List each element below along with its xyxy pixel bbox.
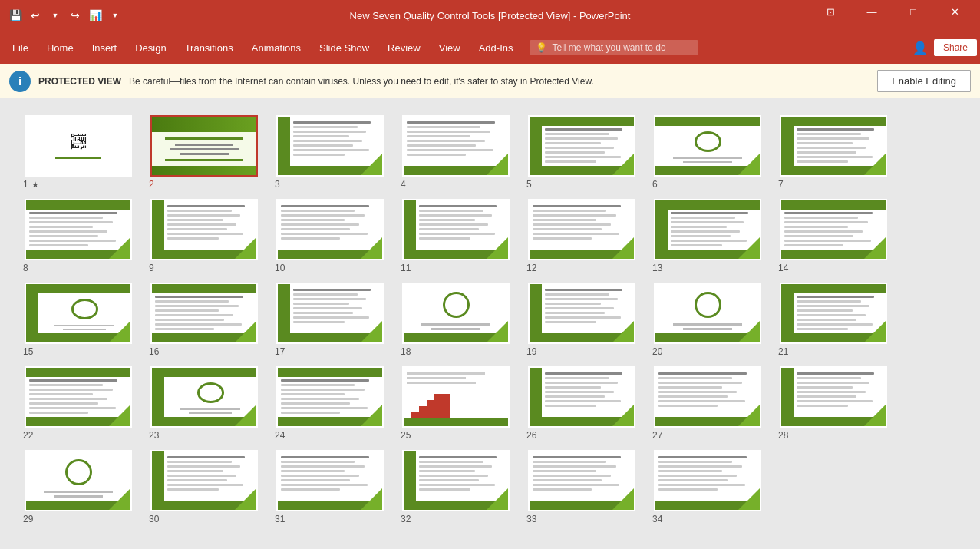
slide-item-12[interactable]: 12: [525, 199, 638, 273]
maximize-button[interactable]: □: [896, 0, 931, 23]
ribbon-right: 👤 Share: [912, 39, 977, 56]
slide-number-1: 1★: [21, 179, 39, 190]
slide-item-9[interactable]: 9: [147, 199, 261, 273]
slide-item-29[interactable]: 29: [21, 450, 135, 524]
slide-number-14: 14: [777, 263, 788, 273]
share-button[interactable]: Share: [934, 39, 977, 56]
search-box[interactable]: 💡 Tell me what you want to do: [530, 40, 698, 55]
customize-dropdown-icon[interactable]: ▼: [107, 8, 123, 23]
slide-item-33[interactable]: 33: [525, 450, 638, 524]
slide-number-21: 21: [777, 346, 788, 357]
tab-file[interactable]: File: [3, 31, 38, 64]
slide-item-10[interactable]: 10: [273, 199, 387, 273]
title-bar: 💾 ↩ ▼ ↪ 📊 ▼ New Seven Quality Control To…: [0, 0, 980, 31]
slide-item-7[interactable]: 7: [777, 115, 890, 190]
slide-item-26[interactable]: 26: [525, 366, 638, 441]
slide-item-27[interactable]: 27: [651, 366, 764, 441]
slide-item-1[interactable]: ﷽ 1★: [21, 115, 135, 190]
tab-view[interactable]: View: [430, 31, 470, 64]
slide-item-23[interactable]: 23: [147, 366, 261, 441]
slide-item-31[interactable]: 31: [273, 450, 387, 524]
slide-number-30: 30: [147, 514, 159, 524]
slide-number-4: 4: [399, 179, 406, 190]
slide-number-13: 13: [651, 263, 662, 273]
star-icon: ★: [31, 180, 39, 190]
slide-number-34: 34: [651, 514, 662, 524]
slide-item-30[interactable]: 30: [147, 450, 261, 524]
slide-item-17[interactable]: 17: [273, 283, 387, 357]
restore-button[interactable]: ⊡: [813, 0, 848, 23]
slide-item-3[interactable]: 3: [273, 115, 387, 190]
slide-number-26: 26: [525, 430, 536, 441]
tab-insert[interactable]: Insert: [83, 31, 127, 64]
slide-item-34[interactable]: 34: [651, 450, 764, 524]
slide-number-22: 22: [21, 430, 33, 441]
tab-slideshow[interactable]: Slide Show: [310, 31, 378, 64]
tab-review[interactable]: Review: [378, 31, 430, 64]
slide-number-9: 9: [147, 263, 154, 273]
slide-number-16: 16: [147, 346, 159, 357]
slide-item-4[interactable]: 4: [399, 115, 513, 190]
enable-editing-button[interactable]: Enable Editing: [877, 70, 971, 92]
slide-number-8: 8: [21, 263, 28, 273]
slide-item-18[interactable]: 18: [399, 283, 513, 357]
tab-home[interactable]: Home: [38, 31, 83, 64]
slide-item-6[interactable]: 6: [651, 115, 764, 190]
protected-view-label: PROTECTED VIEW: [38, 76, 121, 87]
slide-number-3: 3: [273, 179, 280, 190]
slide-item-11[interactable]: 11: [399, 199, 513, 273]
info-icon: i: [9, 71, 31, 92]
slide-number-29: 29: [21, 514, 33, 524]
slide-number-12: 12: [525, 263, 536, 273]
tab-addins[interactable]: Add-Ins: [470, 31, 523, 64]
close-button[interactable]: ✕: [937, 0, 972, 23]
slide-item-13[interactable]: 13: [651, 199, 764, 273]
quick-access-toolbar: 💾 ↩ ▼ ↪ 📊 ▼: [8, 8, 123, 23]
slide-number-20: 20: [651, 346, 662, 357]
slide-item-28[interactable]: 28: [777, 366, 890, 441]
slide-item-32[interactable]: 32: [399, 450, 513, 524]
slide-number-23: 23: [147, 430, 159, 441]
lightbulb-icon: 💡: [536, 42, 547, 53]
slide-item-25[interactable]: 25: [399, 366, 513, 441]
save-icon[interactable]: 💾: [8, 8, 23, 23]
slide-number-7: 7: [777, 179, 784, 190]
slide-number-31: 31: [273, 514, 285, 524]
slide-item-5[interactable]: 5: [525, 115, 638, 190]
undo-dropdown-icon[interactable]: ▼: [48, 8, 63, 23]
search-placeholder: Tell me what you want to do: [552, 42, 665, 53]
slide-number-15: 15: [21, 346, 33, 357]
slide-item-19[interactable]: 19: [525, 283, 638, 357]
protected-view-message: Be careful—files from the Internet can c…: [129, 76, 869, 87]
slide-number-27: 27: [651, 430, 662, 441]
tab-transitions[interactable]: Transitions: [176, 31, 243, 64]
slide-number-6: 6: [651, 179, 658, 190]
minimize-button[interactable]: —: [854, 0, 889, 23]
slide-item-15[interactable]: 15: [21, 283, 135, 357]
protected-view-bar: i PROTECTED VIEW Be careful—files from t…: [0, 64, 980, 98]
undo-icon[interactable]: ↩: [28, 8, 43, 23]
slide-number-11: 11: [399, 263, 411, 273]
ribbon-bar: File Home Insert Design Transitions Anim…: [0, 31, 980, 64]
slide-number-24: 24: [273, 430, 285, 441]
slide-item-24[interactable]: 24: [273, 366, 387, 441]
slide-item-16[interactable]: 16: [147, 283, 261, 357]
slide-number-25: 25: [399, 430, 411, 441]
slide-number-2: 2: [147, 179, 154, 190]
slide-item-14[interactable]: 14: [777, 199, 890, 273]
slide-number-17: 17: [273, 346, 285, 357]
window-title: New Seven Quality Control Tools [Protect…: [350, 10, 631, 21]
slide-number-32: 32: [399, 514, 411, 524]
tab-design[interactable]: Design: [126, 31, 175, 64]
user-icon: 👤: [912, 41, 928, 55]
slide-item-21[interactable]: 21: [777, 283, 890, 357]
tab-animations[interactable]: Animations: [243, 31, 310, 64]
presentation-icon[interactable]: 📊: [87, 8, 103, 23]
slide-number-5: 5: [525, 179, 532, 190]
window-controls: ⊡ — □ ✕: [813, 4, 972, 27]
slide-item-22[interactable]: 22: [21, 366, 135, 441]
redo-icon[interactable]: ↪: [68, 8, 83, 23]
slide-item-2[interactable]: 2: [147, 115, 261, 190]
slide-item-20[interactable]: 20: [651, 283, 764, 357]
slide-item-8[interactable]: 8: [21, 199, 135, 273]
